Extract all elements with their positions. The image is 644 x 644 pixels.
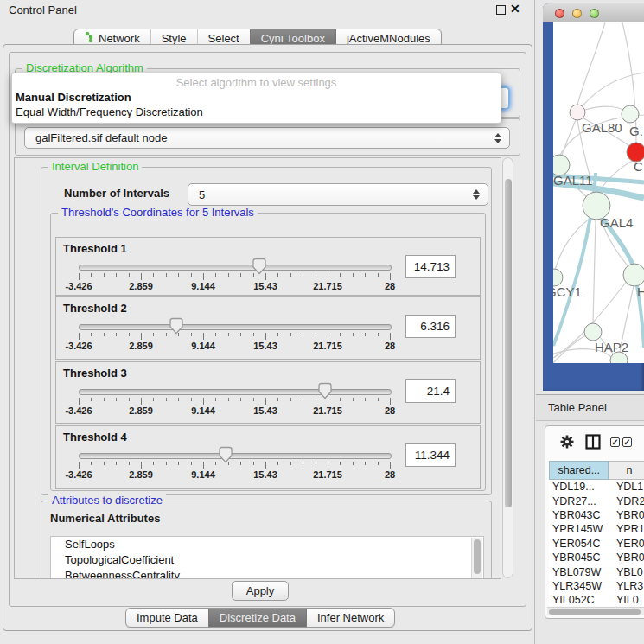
table-row[interactable]: YPR145WYPR1 (549, 522, 644, 536)
slider-tick-labels: -3.4262.8599.14415.4321.71528 (79, 405, 390, 416)
settings-vertical-scrollbar[interactable] (502, 157, 513, 578)
checkbox-checked-icon[interactable]: ✓ (622, 437, 632, 447)
traffic-light-zoom-icon[interactable] (590, 9, 599, 18)
table-row[interactable]: YDL19...YDL1 (549, 480, 644, 494)
attribute-item[interactable]: BetweennessCentrality (51, 568, 483, 579)
numerical-attributes-list[interactable]: SelfLoopsTopologicalCoefficientBetweenne… (50, 536, 484, 579)
table-cell[interactable]: YPR145W (549, 523, 616, 535)
table-toolbar: ✓ ✓ (545, 426, 644, 459)
slider-ticks (79, 398, 390, 405)
tick-mark (240, 333, 241, 336)
table-cell[interactable]: YDR27... (549, 495, 616, 507)
close-icon[interactable]: ✕ (510, 2, 520, 16)
threshold-value-field[interactable]: 6.316 (405, 315, 456, 338)
table-cell[interactable]: YBL079W (549, 566, 616, 578)
slider-thumb[interactable] (169, 317, 184, 335)
column-header-name[interactable]: n (609, 461, 644, 480)
column-layout-icon[interactable] (585, 434, 601, 453)
tick-mark (129, 333, 130, 336)
table-row[interactable]: YBL079WYBL0 (549, 564, 644, 578)
table-cell[interactable]: YDL1 (616, 481, 644, 493)
table-cell[interactable]: YLR345W (549, 580, 616, 592)
dropdown-hint-item[interactable]: Select algorithm to view settings (12, 76, 501, 89)
node-table-body[interactable]: YDL19...YDL1YDR27...YDR2YBR043CYBR0YPR14… (549, 480, 644, 606)
table-cell[interactable]: YBL0 (616, 566, 644, 578)
table-row[interactable]: YLR345WYLR3 (549, 579, 644, 593)
node-label: GCY1 (553, 284, 582, 299)
attribute-item[interactable]: TopologicalCoefficient (51, 552, 483, 568)
tick-label: 21.715 (313, 469, 342, 480)
slider-thumb[interactable] (317, 382, 333, 399)
table-cell[interactable]: YPR1 (616, 523, 644, 535)
node-label: H (637, 284, 644, 299)
table-row[interactable]: YDR27...YDR2 (549, 494, 644, 507)
table-cell[interactable]: YDR2 (616, 495, 644, 507)
tick-mark (316, 333, 316, 336)
traffic-light-close-icon[interactable] (555, 9, 564, 18)
threshold-slider[interactable] (79, 453, 392, 459)
attribute-item[interactable]: SelfLoops (51, 537, 483, 552)
table-cell[interactable]: YBR043C (549, 509, 616, 521)
tick-mark (141, 273, 142, 280)
network-node[interactable] (553, 269, 563, 286)
combo-stepper-icon (473, 189, 480, 200)
dropdown-option-equal-width-frequency[interactable]: Equal Width/Frequency Discretization (16, 105, 203, 118)
network-node[interactable] (622, 105, 639, 123)
traffic-light-minimize-icon[interactable] (572, 9, 582, 18)
tick-mark (91, 462, 92, 465)
float-window-icon[interactable] (496, 5, 506, 15)
tab-select-label: Select (208, 32, 239, 45)
table-cell[interactable]: YBR0 (616, 509, 644, 521)
tab-infer-network[interactable]: Infer Network (306, 609, 394, 627)
settings-scrollbar-thumb[interactable] (505, 179, 512, 507)
table-row[interactable]: YIL052CYIL0 (549, 593, 644, 606)
slider-ticks (79, 273, 390, 280)
network-canvas[interactable]: GAL80G.CGAL11GAL4GCY1HHAP2 (553, 22, 644, 363)
table-cell[interactable]: YIL052C (549, 594, 616, 606)
threshold-slider[interactable] (79, 265, 392, 271)
table-cell[interactable]: YER054C (549, 538, 616, 550)
network-node[interactable] (584, 323, 602, 341)
number-of-intervals-combobox[interactable]: 5 (188, 183, 488, 206)
slider-thumb[interactable] (218, 446, 233, 463)
table-row[interactable]: YBR045CYBR0 (549, 551, 644, 564)
tick-mark (240, 462, 241, 465)
slider-thumb[interactable] (252, 258, 267, 275)
table-scrollbar-thumb[interactable] (549, 609, 641, 615)
apply-button[interactable]: Apply (232, 581, 289, 601)
table-cell[interactable]: YIL0 (616, 594, 644, 606)
table-cell[interactable]: YBR0 (616, 552, 644, 564)
table-cell[interactable]: YBR045C (549, 552, 616, 564)
network-node[interactable] (623, 264, 644, 286)
tick-mark (91, 333, 92, 336)
column-header-shared-name[interactable]: shared... (549, 461, 609, 480)
threshold-row-4: Threshold 4 -3.4262.8599.14415.4321.7152… (55, 425, 481, 489)
threshold-value-field[interactable]: 14.713 (405, 255, 456, 278)
table-row[interactable]: YBR043CYBR0 (549, 508, 644, 522)
threshold-slider[interactable] (79, 324, 392, 330)
tab-discretize-data[interactable]: Discretize Data (208, 609, 306, 627)
tick-mark (79, 398, 80, 405)
checkbox-checked-icon[interactable]: ✓ (610, 437, 620, 447)
table-cell[interactable]: YLR3 (616, 580, 644, 592)
dropdown-option-manual-discretization[interactable]: Manual Discretization (16, 91, 131, 104)
table-horizontal-scrollbar[interactable] (547, 607, 644, 615)
tab-impute-data[interactable]: Impute Data (126, 609, 208, 627)
threshold-value-field[interactable]: 11.344 (405, 443, 456, 467)
tick-mark (141, 333, 142, 340)
table-row[interactable]: YER054CYER0 (549, 537, 644, 551)
tick-label: 21.715 (313, 341, 342, 351)
list-scrollbar-thumb[interactable] (474, 539, 481, 574)
settings-scroll-viewport: Interval Definition Number of Intervals … (14, 157, 501, 579)
threshold-slider[interactable] (79, 389, 392, 395)
node-label: G. (629, 124, 643, 138)
network-node[interactable] (570, 105, 585, 120)
table-cell[interactable]: YER0 (616, 538, 644, 550)
tick-mark (277, 333, 278, 336)
settings-gear-icon[interactable] (559, 434, 575, 453)
table-cell[interactable]: YDL19... (549, 481, 616, 493)
list-scrollbar[interactable] (471, 538, 482, 579)
tick-label: 2.859 (129, 469, 153, 480)
threshold-value-field[interactable]: 21.4 (405, 379, 456, 403)
table-data-combobox[interactable]: galFiltered.sif default node (24, 127, 510, 149)
